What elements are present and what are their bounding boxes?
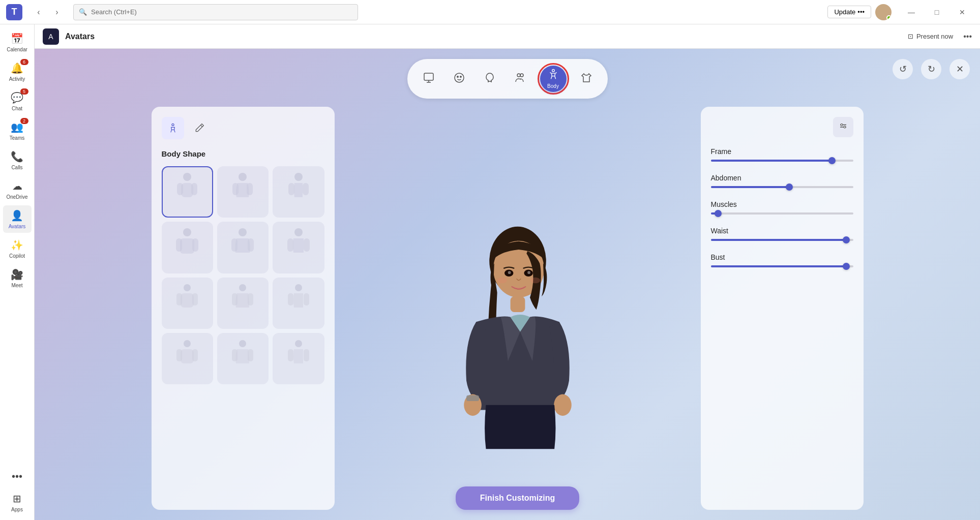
undo-button[interactable]: ↺	[893, 59, 913, 79]
header-more-dots[interactable]: •••	[963, 32, 972, 41]
svg-point-8	[183, 173, 191, 181]
svg-point-63	[844, 126, 846, 128]
body-shape-title: Body Shape	[162, 149, 324, 158]
toolbar-btn-group[interactable]	[507, 66, 533, 92]
minimize-button[interactable]: —	[900, 4, 923, 20]
waist-track[interactable]	[711, 239, 853, 241]
svg-rect-24	[248, 238, 254, 252]
frame-thumb[interactable]	[828, 157, 836, 164]
svg-rect-19	[180, 238, 194, 254]
sidebar-label-meet: Meet	[11, 283, 22, 289]
sidebar-label-copilot: Copilot	[9, 253, 25, 259]
filter-button[interactable]	[833, 117, 853, 137]
sidebar-item-meet[interactable]: 🎥 Meet	[3, 264, 32, 292]
toolbar-btn-face[interactable]	[446, 66, 472, 92]
sidebar-item-teams[interactable]: 2 👥 Teams	[3, 117, 32, 144]
bust-label: Bust	[711, 253, 853, 261]
user-avatar	[875, 4, 892, 20]
activity-badge: 6	[20, 59, 28, 65]
svg-rect-33	[232, 293, 237, 305]
teams-badge: 2	[20, 118, 28, 124]
svg-rect-20	[176, 238, 182, 252]
frame-track[interactable]	[711, 160, 853, 162]
body-shape-10[interactable]	[162, 333, 213, 384]
muscles-slider-section: Muscles	[711, 200, 853, 215]
panel-tab-custom[interactable]	[188, 117, 211, 139]
body-shape-9[interactable]	[273, 278, 324, 329]
sidebar-label-calendar: Calendar	[7, 47, 27, 53]
frame-slider-section: Frame	[711, 147, 853, 162]
sidebar-item-copilot[interactable]: ✨ Copilot	[3, 235, 32, 262]
body-shape-8[interactable]	[217, 278, 269, 329]
abdomen-track[interactable]	[711, 186, 853, 188]
user-status-badge	[886, 15, 892, 20]
abdomen-fill	[711, 186, 789, 188]
right-panel-header	[711, 117, 853, 137]
toolbar-btn-scenes[interactable]	[415, 66, 442, 92]
sidebar-item-apps[interactable]: ⊞ Apps	[3, 488, 32, 516]
body-shape-2[interactable]	[217, 166, 269, 218]
svg-point-38	[184, 340, 191, 347]
body-shape-4[interactable]	[162, 222, 213, 273]
window-controls: — □ ✕	[900, 4, 974, 20]
svg-rect-13	[232, 183, 239, 195]
sidebar-item-more[interactable]: •••	[3, 466, 32, 486]
update-button[interactable]: Update •••	[827, 6, 871, 18]
body-shape-12[interactable]	[273, 333, 324, 384]
bust-track[interactable]	[711, 265, 853, 267]
body-shape-5[interactable]	[217, 222, 269, 273]
waist-label: Waist	[711, 227, 853, 235]
finish-customizing-button[interactable]: Finish Customizing	[456, 486, 580, 510]
toolbar-btn-outfit[interactable]	[573, 66, 600, 92]
body-shape-7[interactable]	[162, 278, 213, 329]
title-bar: T ‹ › 🔍 Search (Ctrl+E) Update ••• — □ ✕	[0, 0, 980, 24]
calendar-icon: 📅	[10, 32, 24, 46]
toolbar-btn-body[interactable]: Body	[540, 66, 567, 92]
svg-rect-21	[192, 238, 198, 252]
svg-point-22	[239, 228, 247, 236]
bust-thumb[interactable]	[843, 263, 850, 270]
app-header-right: ⊡ Present now •••	[904, 30, 972, 42]
svg-rect-47	[304, 349, 309, 361]
redo-button[interactable]: ↻	[921, 59, 941, 79]
sidebar-item-calls[interactable]: 📞 Calls	[3, 146, 32, 174]
present-now-button[interactable]: ⊡ Present now	[904, 30, 957, 42]
search-bar[interactable]: 🔍 Search (Ctrl+E)	[73, 4, 358, 20]
muscles-thumb[interactable]	[715, 210, 722, 217]
sidebar-label-onedrive: OneDrive	[6, 194, 27, 200]
editor-toolbar: Body	[407, 59, 608, 99]
body-shapes-grid	[162, 166, 324, 384]
sidebar-item-calendar[interactable]: 📅 Calendar	[3, 28, 32, 56]
forward-button[interactable]: ›	[49, 4, 65, 20]
app-logo: T	[6, 4, 22, 20]
panel-tab-body[interactable]	[162, 117, 184, 139]
toolbar-btn-head[interactable]	[477, 66, 503, 92]
svg-rect-11	[191, 183, 197, 195]
outfit-icon	[580, 72, 592, 86]
more-icon: •••	[10, 469, 24, 483]
editor-close-button[interactable]: ✕	[949, 59, 970, 79]
body-shape-3[interactable]	[273, 166, 324, 218]
sidebar-item-onedrive[interactable]: ☁ OneDrive	[3, 176, 32, 203]
body-shape-11[interactable]	[217, 333, 269, 384]
waist-fill	[711, 239, 846, 241]
svg-point-2	[457, 76, 458, 77]
body-shape-1[interactable]	[162, 166, 213, 218]
maximize-button[interactable]: □	[925, 4, 948, 20]
frame-label: Frame	[711, 147, 853, 156]
body-shape-6[interactable]	[273, 222, 324, 273]
svg-point-45	[295, 340, 302, 347]
waist-thumb[interactable]	[843, 236, 850, 243]
sidebar-item-chat[interactable]: 5 💬 Chat	[3, 87, 32, 115]
close-button[interactable]: ✕	[951, 4, 974, 20]
muscles-track[interactable]	[711, 212, 853, 215]
sidebar-item-activity[interactable]: 6 🔔 Activity	[3, 58, 32, 85]
sidebar-label-chat: Chat	[12, 106, 22, 112]
svg-rect-23	[231, 238, 237, 252]
sidebar-item-avatars[interactable]: 👤 Avatars	[3, 205, 32, 233]
svg-point-35	[295, 284, 302, 291]
abdomen-thumb[interactable]	[786, 183, 793, 191]
back-button[interactable]: ‹	[31, 4, 47, 20]
present-icon: ⊡	[908, 33, 913, 40]
svg-rect-37	[304, 293, 309, 305]
